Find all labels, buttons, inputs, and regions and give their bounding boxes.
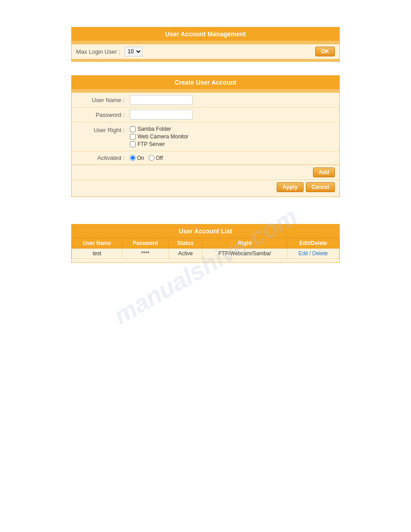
radio-on-label: On (137, 155, 144, 161)
table-header-row: User Name Password Status Right Edit/Del… (72, 238, 339, 249)
user-right-row: User Right : Samba Folder Web Camera Mon… (72, 122, 339, 151)
table-row: test****ActiveFTP/Webcam/Samba/Edit / De… (72, 249, 339, 259)
apply-button[interactable]: Apply (277, 182, 303, 192)
max-login-row: Max Login User : 10 1 2 3 4 5 20 OK (72, 44, 339, 59)
user-account-list-panel: User Account List User Name Password Sta… (71, 224, 340, 263)
panel-footer-1 (72, 59, 339, 61)
user-right-content: Samba Folder Web Camera Monitor FTP Serv… (130, 126, 335, 147)
password-row: Password : (72, 107, 339, 122)
password-input[interactable] (130, 110, 193, 120)
page-wrapper: User Account Management Max Login User :… (71, 27, 340, 263)
cell-edit-delete: Edit / Delete (287, 249, 339, 259)
password-label: Password : (76, 112, 130, 118)
col-username: User Name (72, 238, 122, 249)
cell-right: FTP/Webcam/Samba/ (202, 249, 287, 259)
apply-cancel-row: Apply Cancel (72, 180, 339, 194)
panel-subheader-1 (72, 41, 339, 44)
user-account-list-title: User Account List (72, 224, 339, 238)
cell-username: test (72, 249, 122, 259)
col-edit-delete: Edit/Delete (287, 238, 339, 249)
max-login-select[interactable]: 10 1 2 3 4 5 20 (124, 47, 142, 56)
password-content (130, 110, 335, 120)
create-user-account-panel: Create User Account User Name : Password… (71, 75, 340, 197)
username-content (130, 95, 335, 105)
cell-password: **** (122, 249, 169, 259)
ftp-server-checkbox[interactable] (130, 142, 136, 147)
username-row: User Name : (72, 93, 339, 107)
radio-off-item[interactable]: Off (149, 155, 163, 161)
ftp-server-item[interactable]: FTP Server (130, 141, 188, 147)
panel-subheader-2 (72, 89, 339, 93)
user-account-management-title: User Account Management (72, 27, 339, 41)
cell-status: Active (168, 249, 202, 259)
ftp-server-label: FTP Server (137, 141, 165, 147)
username-input[interactable] (130, 95, 193, 105)
ok-button[interactable]: OK (315, 47, 335, 56)
create-user-account-title: Create User Account (72, 76, 339, 89)
max-login-label: Max Login User : (76, 48, 124, 55)
activated-row: Activated : On Off (72, 151, 339, 165)
samba-folder-checkbox[interactable] (130, 126, 136, 132)
col-password: Password (122, 238, 169, 249)
samba-folder-item[interactable]: Samba Folder (130, 126, 188, 132)
checkbox-group: Samba Folder Web Camera Monitor FTP Serv… (130, 126, 188, 147)
radio-on-item[interactable]: On (130, 155, 144, 161)
col-right: Right (202, 238, 287, 249)
panel-footer-2 (72, 194, 339, 197)
account-table: User Name Password Status Right Edit/Del… (72, 238, 339, 259)
add-button[interactable]: Add (313, 167, 335, 177)
user-right-label: User Right : (76, 126, 130, 133)
col-status: Status (168, 238, 202, 249)
activated-content: On Off (130, 155, 335, 161)
radio-on[interactable] (130, 155, 136, 161)
webcam-monitor-checkbox[interactable] (130, 134, 136, 140)
webcam-monitor-label: Web Camera Monitor (137, 133, 188, 140)
cancel-button[interactable]: Cancel (306, 182, 335, 192)
radio-group: On Off (130, 155, 163, 161)
username-label: User Name : (76, 97, 130, 103)
webcam-monitor-item[interactable]: Web Camera Monitor (130, 133, 188, 140)
user-account-management-panel: User Account Management Max Login User :… (71, 27, 340, 62)
activated-label: Activated : (76, 154, 130, 161)
samba-folder-label: Samba Folder (137, 126, 171, 132)
add-row: Add (72, 165, 339, 180)
radio-off-label: Off (156, 155, 163, 161)
table-footer (72, 259, 339, 262)
radio-off[interactable] (149, 155, 154, 161)
edit-delete-link[interactable]: Edit / Delete (299, 250, 328, 257)
